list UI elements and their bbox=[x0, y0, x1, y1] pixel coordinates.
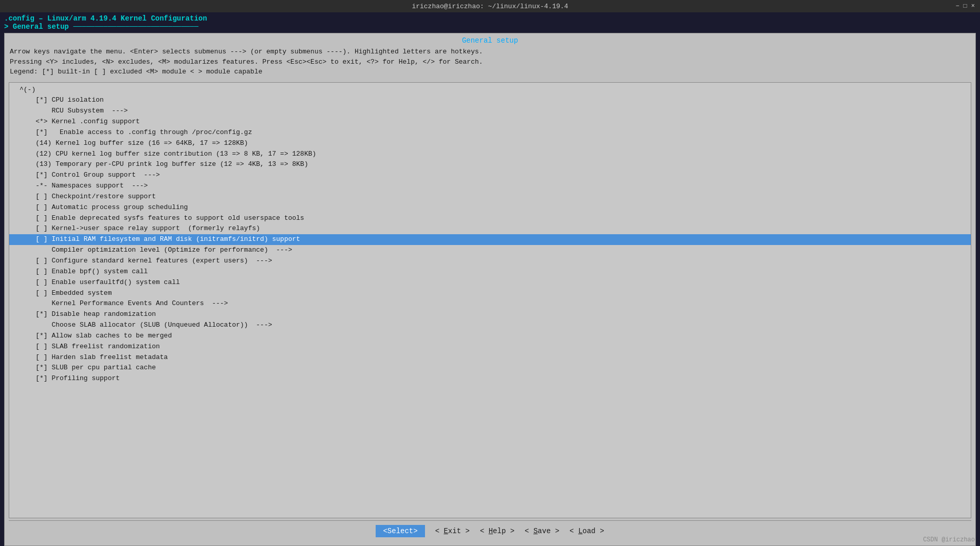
menu-item-profiling[interactable]: [*] Profiling support bbox=[9, 373, 971, 384]
menu-item-auto-group[interactable]: [ ] Automatic process group scheduling bbox=[9, 202, 971, 213]
menu-item-control-group[interactable]: [*] Control Group support ---> bbox=[9, 170, 971, 181]
menu-item-kernel-log-12[interactable]: (12) CPU kernel log buffer size contribu… bbox=[9, 149, 971, 160]
menu-item-enable-userfaultfd[interactable]: [ ] Enable userfaultfd() system call bbox=[9, 277, 971, 288]
menu-item-deprecated-sysfs[interactable]: [ ] Enable deprecated sysfs features to … bbox=[9, 213, 971, 224]
menu-item-allow-slab[interactable]: [*] Allow slab caches to be merged bbox=[9, 331, 971, 342]
menu-item-configure-std[interactable]: [ ] Configure standard kernel features (… bbox=[9, 256, 971, 267]
menu-item-dash[interactable]: ^(-) bbox=[9, 85, 971, 96]
help-text-line1: Arrow keys navigate the menu. <Enter> se… bbox=[10, 47, 970, 57]
bottom-bar: <Select> < Exit > < Help > < Save > < Lo… bbox=[9, 520, 971, 541]
load-button[interactable]: < Load > bbox=[569, 527, 604, 535]
menu-item-kernel-log-13[interactable]: (13) Temporary per-CPU printk log buffer… bbox=[9, 159, 971, 170]
terminal-window: .config – Linux/arm 4.19.4 Kernel Config… bbox=[0, 12, 980, 546]
menu-item-enable-bpf[interactable]: [ ] Enable bpf() system call bbox=[9, 267, 971, 277]
help-text-line2: Pressing <Y> includes, <N> excludes, <M>… bbox=[10, 57, 970, 67]
main-content: General setup Arrow keys navigate the me… bbox=[4, 33, 976, 546]
menu-item-slub-per-cpu[interactable]: [*] SLUB per cpu partial cache bbox=[9, 363, 971, 373]
menu-item-kernel-log-14[interactable]: (14) Kernel log buffer size (16 => 64KB,… bbox=[9, 138, 971, 149]
menu-item-embedded[interactable]: [ ] Embedded system bbox=[9, 288, 971, 299]
exit-button[interactable]: < Exit > bbox=[435, 527, 470, 535]
menu-item-harden-slab[interactable]: [ ] Harden slab freelist metadata bbox=[9, 352, 971, 363]
menu-item-checkpoint[interactable]: [ ] Checkpoint/restore support bbox=[9, 192, 971, 202]
window-title: iriczhao@iriczhao: ~/linux/linux-4.19.4 bbox=[412, 3, 568, 10]
top-bar: .config – Linux/arm 4.19.4 Kernel Config… bbox=[0, 12, 980, 33]
menu-item-slab-freelist[interactable]: [ ] SLAB freelist randomization bbox=[9, 342, 971, 352]
menu-item-rcu-subsystem[interactable]: RCU Subsystem ---> bbox=[9, 106, 971, 117]
close-button[interactable]: × bbox=[971, 3, 975, 10]
menu-item-namespaces[interactable]: -*- Namespaces support ---> bbox=[9, 181, 971, 192]
menu-item-kernel-perf[interactable]: Kernel Performance Events And Counters -… bbox=[9, 298, 971, 309]
menu-item-compiler-opt[interactable]: Compiler optimization level (Optimize fo… bbox=[9, 245, 971, 256]
menu-area[interactable]: ^(-) [*] CPU isolation RCU Subsystem ---… bbox=[9, 82, 971, 519]
watermark: CSDN @iriczhao bbox=[923, 536, 975, 543]
menu-item-initramfs[interactable]: [ ] Initial RAM filesystem and RAM disk … bbox=[9, 234, 971, 245]
menu-item-cpu-isolation[interactable]: [*] CPU isolation bbox=[9, 95, 971, 106]
select-button[interactable]: <Select> bbox=[376, 525, 424, 537]
title-bar: iriczhao@iriczhao: ~/linux/linux-4.19.4 … bbox=[0, 0, 980, 12]
help-text-line3: Legend: [*] built-in [ ] excluded <M> mo… bbox=[10, 67, 970, 77]
section-title: General setup bbox=[10, 36, 970, 45]
maximize-button[interactable]: □ bbox=[964, 3, 967, 10]
save-button[interactable]: < Save > bbox=[525, 527, 559, 535]
breadcrumb: > General setup ────────────────────────… bbox=[4, 23, 976, 31]
menu-item-kernel-config[interactable]: <*> Kernel .config support bbox=[9, 117, 971, 127]
help-button[interactable]: < Help > bbox=[480, 527, 514, 535]
menu-item-kernel-relay[interactable]: [ ] Kernel->user space relay support (fo… bbox=[9, 223, 971, 234]
menu-item-enable-access[interactable]: [*] Enable access to .config through /pr… bbox=[9, 127, 971, 138]
menu-item-disable-heap[interactable]: [*] Disable heap randomization bbox=[9, 309, 971, 320]
minimize-button[interactable]: − bbox=[955, 3, 959, 10]
config-title: .config – Linux/arm 4.19.4 Kernel Config… bbox=[4, 14, 976, 23]
menu-item-choose-slab[interactable]: Choose SLAB allocator (SLUB (Unqueued Al… bbox=[9, 320, 971, 331]
content-header: General setup Arrow keys navigate the me… bbox=[5, 33, 975, 80]
